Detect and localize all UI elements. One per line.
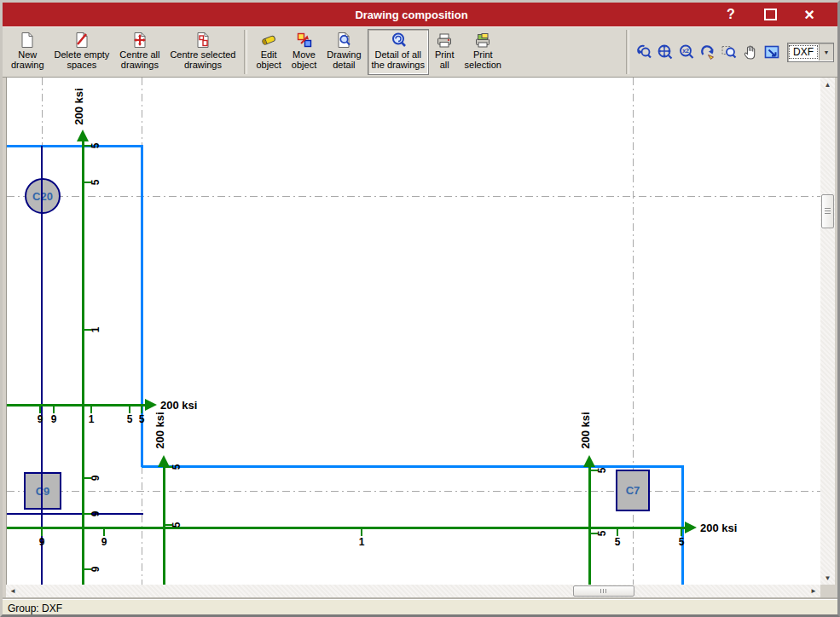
print-selection-icon — [473, 32, 492, 49]
axis-tick — [39, 406, 41, 413]
axis-arrow-up-icon — [77, 130, 89, 141]
svg-text:x2: x2 — [682, 48, 689, 54]
drawing-object-c20[interactable]: C20 — [25, 178, 61, 214]
axis-h1-line — [7, 404, 145, 407]
axis-tick-label: 1 — [90, 327, 101, 333]
axis-tick — [103, 528, 105, 536]
toolbar-button-label: Delete empty spaces — [55, 49, 110, 71]
toolbar: New drawingDelete empty spacesCentre all… — [3, 26, 837, 78]
scroll-down-button[interactable]: ▼ — [820, 571, 835, 585]
axis-tick-label: 9 — [101, 536, 107, 548]
drawing-composition-window: Drawing composition ? × New drawingDelet… — [0, 0, 840, 617]
pan-icon — [742, 43, 759, 61]
centre-selected-icon — [194, 32, 212, 49]
axis-tick-label: 9 — [51, 413, 57, 425]
horizontal-scrollbar[interactable]: ◄ ► — [6, 585, 820, 597]
view-button-zoom-x2[interactable]: x2 — [676, 43, 696, 62]
axis-tick-label: 1 — [89, 413, 95, 425]
toolbar-button-label: Detail of all the drawings — [372, 49, 425, 71]
maximize-icon — [764, 9, 777, 20]
toolbar-button-print-all[interactable]: Print all — [431, 29, 459, 75]
titlebar-buttons: ? × — [718, 5, 837, 24]
zoom-previous-icon — [635, 43, 652, 61]
axis-tick — [129, 406, 130, 413]
thumb-grip — [825, 208, 831, 215]
axis-tick-label: 5 — [90, 180, 101, 186]
toolbar-separator — [244, 30, 247, 74]
toolbar-button-centre-all-drawings[interactable]: Centre all drawings — [115, 29, 164, 75]
axis-tick-label: 5 — [596, 468, 608, 474]
toolbar-spacer — [507, 29, 623, 75]
axis-tick-label: 1 — [359, 536, 365, 548]
axis-h2-line — [7, 527, 685, 529]
guide-line-horizontal — [7, 196, 820, 197]
object-label: C9 — [36, 485, 50, 498]
axis-arrow-up-icon — [158, 455, 170, 467]
combo-dropdown-button[interactable]: ▼ — [819, 44, 833, 61]
drawing-frame-edge — [681, 466, 684, 585]
thumb-grip — [600, 589, 608, 593]
view-button-pan[interactable] — [740, 43, 760, 62]
delete-page-icon — [72, 32, 91, 49]
axis-tick — [617, 528, 618, 536]
status-bar: Group: DXF — [3, 599, 837, 616]
redraw-icon — [699, 43, 716, 61]
scroll-right-button[interactable]: ► — [807, 585, 820, 597]
drawing-detail-icon — [334, 32, 353, 49]
format-combobox-value: DXF — [789, 45, 818, 59]
axis-tick-label: 9 — [90, 511, 101, 517]
axis-arrow-right-icon — [145, 399, 157, 411]
toolbar-button-edit-object[interactable]: Edit object — [252, 29, 285, 75]
view-button-zoom-previous[interactable] — [634, 43, 653, 62]
drawing-object-c9[interactable]: C9 — [24, 472, 61, 510]
toolbar-button-delete-empty-spaces[interactable]: Delete empty spaces — [50, 29, 114, 75]
axis-label: 200 ksi — [160, 399, 197, 412]
centre-all-icon — [130, 32, 149, 49]
axis-tick-label: 5 — [90, 143, 101, 149]
toolbar-button-new-drawing[interactable]: New drawing — [7, 29, 49, 75]
axis-tick-label: 9 — [39, 536, 45, 548]
view-button-zoom-window[interactable] — [719, 43, 739, 62]
drawing-canvas[interactable]: C20C9C7200 ksi551999200 ksi99155200 ksi5… — [6, 78, 820, 585]
axis-tick — [141, 406, 142, 413]
toolbar-button-drawing-detail[interactable]: Drawing detail — [322, 29, 365, 75]
axis-tick-label: 5 — [615, 536, 621, 548]
toolbar-button-detail-of-all-the-drawings[interactable]: Detail of all the drawings — [368, 29, 429, 75]
vertical-scroll-thumb[interactable] — [821, 194, 834, 228]
member-line — [41, 146, 43, 585]
axis-label: 200 ksi — [72, 88, 85, 124]
toolbar-button-print-selection[interactable]: Print selection — [461, 29, 506, 75]
format-combobox[interactable]: DXF▼ — [787, 43, 834, 62]
view-button-zoom-extents[interactable] — [655, 43, 675, 62]
view-button-fit-view[interactable] — [762, 43, 781, 62]
toolbar-button-move-object[interactable]: Move object — [287, 29, 321, 75]
axis-tick-label: 5 — [127, 413, 133, 425]
guide-line-horizontal — [7, 491, 820, 492]
axis-tick — [361, 528, 362, 536]
axis-tick-label: 5 — [139, 413, 145, 425]
close-icon: × — [804, 5, 814, 25]
axis-label: 200 ksi — [154, 412, 166, 448]
close-button[interactable]: × — [797, 5, 822, 24]
axis-tick — [41, 528, 43, 536]
vertical-scrollbar[interactable]: ▲ ▼ — [820, 78, 835, 585]
view-button-redraw[interactable] — [698, 43, 717, 62]
axis-arrow-right-icon — [685, 522, 697, 533]
axis-v1-line — [82, 141, 84, 585]
maximize-button[interactable] — [757, 5, 783, 24]
toolbar-separator — [626, 30, 629, 74]
toolbar-button-label: Move object — [292, 49, 316, 71]
toolbar-button-label: New drawing — [11, 49, 44, 71]
scroll-left-button[interactable]: ◄ — [6, 585, 20, 597]
member-line — [7, 513, 143, 515]
fit-view-icon — [763, 43, 780, 61]
axis-tick-label: 5 — [679, 536, 685, 548]
toolbar-button-centre-selected-drawings[interactable]: Centre selected drawings — [165, 29, 240, 75]
horizontal-scroll-thumb[interactable] — [573, 585, 634, 597]
drawing-object-c7[interactable]: C7 — [616, 470, 650, 511]
axis-tick-label: 9 — [38, 413, 43, 425]
scroll-up-button[interactable]: ▲ — [820, 78, 835, 91]
toolbar-button-label: Edit object — [256, 49, 281, 71]
help-button[interactable]: ? — [718, 5, 744, 24]
axis-tick — [53, 406, 55, 413]
